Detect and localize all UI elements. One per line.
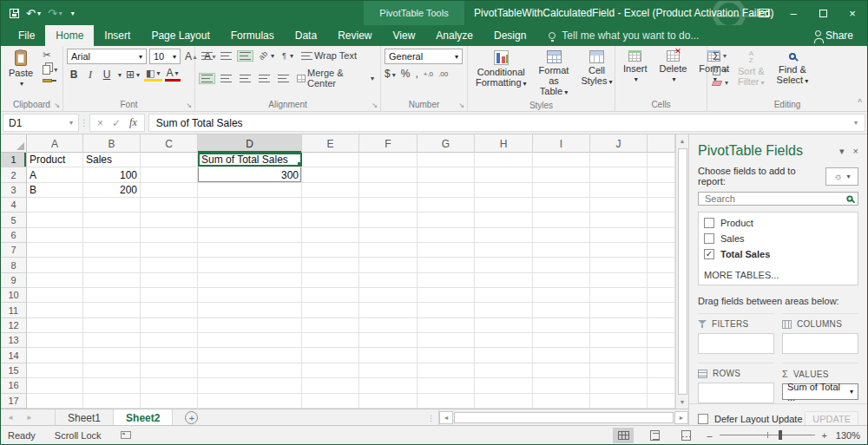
collapse-ribbon-button[interactable]: ^	[858, 98, 862, 108]
dialog-launcher-icon[interactable]: ↘	[458, 101, 464, 109]
cell-G15[interactable]	[418, 363, 475, 377]
cell-F2[interactable]	[359, 167, 418, 181]
cell-B15[interactable]	[83, 363, 141, 377]
cell-G2[interactable]	[418, 167, 475, 181]
cell-J4[interactable]	[590, 198, 648, 212]
cell-A13[interactable]	[27, 333, 83, 347]
cell-D5[interactable]	[198, 213, 302, 226]
dialog-launcher-icon[interactable]: ↘	[54, 101, 60, 109]
field-checkbox[interactable]	[704, 218, 714, 228]
cell-E10[interactable]	[302, 288, 359, 302]
page-break-view-button[interactable]	[675, 428, 696, 443]
normal-view-button[interactable]	[613, 428, 634, 443]
scroll-up-icon[interactable]: ▲	[676, 134, 688, 147]
cell-E5[interactable]	[302, 213, 359, 226]
cell-G10[interactable]	[418, 288, 475, 302]
share-button[interactable]: Share	[808, 25, 860, 46]
cell-G3[interactable]	[418, 183, 475, 197]
row-header-11[interactable]: 11	[1, 303, 27, 317]
cell-H8[interactable]	[475, 258, 533, 272]
insert-cells-button[interactable]: Insert ▾	[619, 49, 652, 85]
row-header-6[interactable]: 6	[1, 228, 27, 243]
cell-F6[interactable]	[359, 228, 418, 242]
font-color-button[interactable]: A▾	[165, 68, 181, 82]
scroll-down-icon[interactable]: ▼	[676, 396, 688, 409]
cell-A3[interactable]: B	[27, 183, 83, 197]
cell-H5[interactable]	[475, 213, 533, 226]
zoom-slider[interactable]	[720, 435, 815, 435]
cell-F5[interactable]	[359, 213, 418, 226]
cell-E8[interactable]	[302, 258, 359, 272]
cell-H12[interactable]	[475, 318, 533, 332]
insert-function-button[interactable]: fx	[129, 116, 137, 129]
cell-partial-12[interactable]	[648, 318, 675, 332]
cell-B8[interactable]	[83, 258, 141, 272]
row-header-10[interactable]: 10	[1, 288, 27, 303]
tab-data[interactable]: Data	[285, 25, 327, 46]
column-header-J[interactable]: J	[590, 134, 648, 153]
cell-G14[interactable]	[418, 348, 475, 362]
zoom-slider-handle[interactable]	[779, 430, 782, 440]
cell-H16[interactable]	[475, 378, 533, 392]
cell-partial-2[interactable]	[648, 167, 675, 181]
cell-J6[interactable]	[590, 228, 648, 242]
cell-J17[interactable]	[590, 394, 648, 408]
decrease-decimal-button[interactable]: .00	[438, 70, 448, 78]
defer-layout-toggle[interactable]: Defer Layout Update	[698, 414, 803, 424]
cell-J10[interactable]	[590, 288, 648, 302]
cell-G7[interactable]	[418, 243, 475, 257]
clear-button[interactable]: ▾	[711, 78, 730, 88]
cell-H6[interactable]	[475, 228, 533, 242]
dialog-launcher-icon[interactable]: ↘	[186, 101, 192, 109]
row-header-15[interactable]: 15	[1, 363, 27, 378]
cell-G13[interactable]	[418, 333, 475, 347]
row-header-14[interactable]: 14	[1, 348, 27, 363]
cell-J3[interactable]	[590, 183, 648, 197]
tell-me-box[interactable]: Tell me what you want to do...	[536, 25, 699, 46]
row-header-4[interactable]: 4	[1, 198, 27, 213]
cell-partial-15[interactable]	[648, 363, 675, 377]
cell-D16[interactable]	[198, 378, 302, 392]
sheet-nav-right[interactable]: ►	[20, 409, 39, 427]
column-header-C[interactable]: C	[141, 134, 198, 153]
percent-style-button[interactable]: %	[401, 68, 411, 80]
autosum-button[interactable]: Σ▾	[711, 49, 730, 63]
tools-button[interactable]: ☼▾	[825, 167, 858, 186]
cell-C11[interactable]	[141, 303, 198, 317]
cell-A2[interactable]: A	[27, 167, 83, 181]
cell-I11[interactable]	[533, 303, 590, 317]
cell-H9[interactable]	[475, 273, 533, 287]
cell-partial-1[interactable]	[648, 153, 675, 167]
borders-button[interactable]: ⊞▾	[124, 68, 141, 82]
cell-I15[interactable]	[533, 363, 590, 377]
cell-F17[interactable]	[359, 394, 418, 408]
cell-E17[interactable]	[302, 394, 359, 408]
format-as-table-button[interactable]: Format asTable▾	[535, 49, 574, 100]
cell-H13[interactable]	[475, 333, 533, 347]
cell-I3[interactable]	[533, 183, 590, 197]
cell-I7[interactable]	[533, 243, 590, 257]
macro-record-icon[interactable]	[121, 431, 131, 439]
cell-I9[interactable]	[533, 273, 590, 287]
cell-C2[interactable]	[141, 167, 198, 181]
cell-J7[interactable]	[590, 243, 648, 257]
cell-I17[interactable]	[533, 394, 590, 408]
font-size-select[interactable]: 10▾	[149, 49, 181, 64]
rows-area[interactable]: ROWS	[698, 363, 774, 403]
cell-E15[interactable]	[302, 363, 359, 377]
save-button[interactable]	[10, 9, 19, 18]
cell-F12[interactable]	[359, 318, 418, 332]
cell-A12[interactable]	[27, 318, 83, 332]
filters-dropzone[interactable]	[698, 333, 774, 354]
cell-H3[interactable]	[475, 183, 533, 197]
cell-F14[interactable]	[359, 348, 418, 362]
cell-partial-13[interactable]	[648, 333, 675, 347]
cell-D1[interactable]: Sum of Total Sales	[198, 153, 302, 167]
undo-button[interactable]: ↶▾	[26, 7, 41, 20]
cell-H10[interactable]	[475, 288, 533, 302]
copy-button[interactable]: ▾	[41, 64, 59, 75]
cell-I13[interactable]	[533, 333, 590, 347]
tab-page-layout[interactable]: Page Layout	[141, 25, 220, 46]
cell-A8[interactable]	[27, 258, 83, 272]
cell-C6[interactable]	[141, 228, 198, 242]
